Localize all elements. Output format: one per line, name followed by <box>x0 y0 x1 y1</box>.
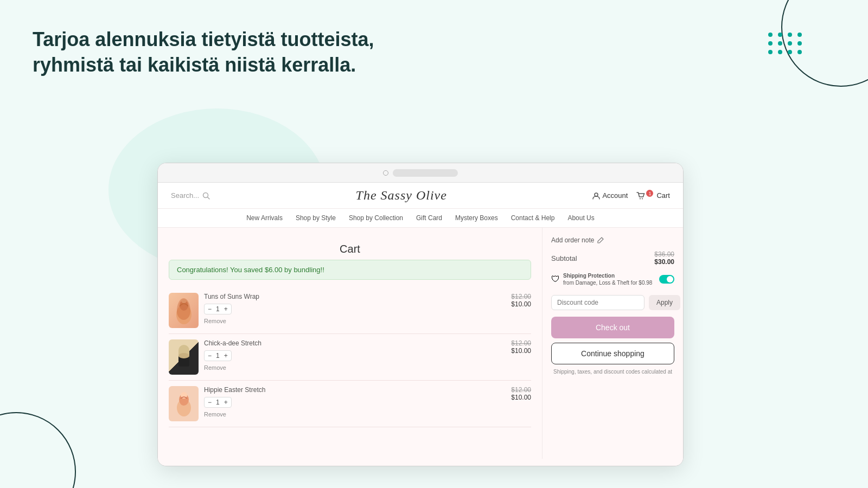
checkout-button[interactable]: Check out <box>551 317 674 338</box>
account-button[interactable]: Account <box>592 191 628 200</box>
svg-point-2 <box>595 193 598 196</box>
order-note[interactable]: Add order note <box>551 236 674 244</box>
nav-item-gift-card[interactable]: Gift Card <box>416 214 442 222</box>
discount-input[interactable] <box>551 295 644 310</box>
bg-dots <box>768 33 803 54</box>
qty-minus-2[interactable]: − <box>208 352 212 359</box>
item-price-2: $12.00 $10.00 <box>511 339 531 355</box>
qty-plus-2[interactable]: + <box>224 352 228 359</box>
headline-line2: ryhmistä tai kaikistä niistä kerralla. <box>33 53 374 78</box>
subtotal-label: Subtotal <box>551 254 577 262</box>
svg-point-4 <box>642 198 643 199</box>
shipping-text: Shipping Protection from Damage, Loss & … <box>563 272 656 286</box>
browser-bar <box>158 163 683 183</box>
item-remove-1[interactable]: Remove <box>204 318 506 324</box>
continue-shopping-button[interactable]: Continue shopping <box>551 343 674 364</box>
item-image-2 <box>169 339 199 375</box>
discount-row: Apply <box>551 295 674 310</box>
account-label: Account <box>602 191 628 200</box>
qty-plus-3[interactable]: + <box>224 399 228 406</box>
headline: Tarjoa alennuksia tietyistä tuotteista, … <box>33 27 374 78</box>
qty-control-1[interactable]: − 1 + <box>204 304 232 314</box>
qty-plus-1[interactable]: + <box>224 305 228 313</box>
price-original-1: $12.00 <box>511 293 531 300</box>
item-img-svg-2 <box>173 342 195 372</box>
item-name-1: Tuns of Suns Wrap <box>204 293 506 300</box>
qty-value-2: 1 <box>216 352 220 359</box>
item-image-3 <box>169 386 199 421</box>
svg-point-10 <box>178 353 189 358</box>
search-text: Search... <box>171 191 199 200</box>
cart-item: Chick-a-dee Stretch − 1 + Remove $12.00 … <box>169 334 531 381</box>
item-details-3: Hippie Easter Stretch − 1 + Remove <box>204 386 506 418</box>
price-original-2: $12.00 <box>511 339 531 347</box>
headline-line1: Tarjoa alennuksia tietyistä tuotteista, <box>33 27 374 53</box>
nav-item-shop-by-collection[interactable]: Shop by Collection <box>349 214 403 222</box>
dot <box>768 50 773 54</box>
success-message: Congratulations! You saved $6.00 by bund… <box>177 266 324 274</box>
svg-point-7 <box>181 299 187 303</box>
dot <box>778 33 782 37</box>
browser-bar-circle <box>383 170 388 176</box>
store-header: Search... The Sassy Olive Account <box>158 183 683 209</box>
cart-item: Tuns of Suns Wrap − 1 + Remove $12.00 $1… <box>169 287 531 334</box>
dot <box>797 33 802 37</box>
cart-button[interactable]: 1 Cart <box>636 191 670 200</box>
nav-item-mystery-boxes[interactable]: Mystery Boxes <box>455 214 498 222</box>
shield-icon: 🛡 <box>551 274 560 284</box>
nav-item-about[interactable]: About Us <box>567 214 594 222</box>
price-current-2: $10.00 <box>511 347 531 355</box>
svg-line-1 <box>208 197 210 199</box>
subtotal-original: $36.00 <box>654 251 674 258</box>
account-icon <box>592 192 600 200</box>
cart-item: Hippie Easter Stretch − 1 + Remove $12.0… <box>169 381 531 427</box>
item-img-svg-3 <box>173 389 195 419</box>
bg-circle-bottom-left <box>0 412 76 488</box>
nav-item-new-arrivals[interactable]: New Arrivals <box>246 214 283 222</box>
qty-value-3: 1 <box>216 399 220 406</box>
item-details-2: Chick-a-dee Stretch − 1 + Remove <box>204 339 506 371</box>
qty-control-3[interactable]: − 1 + <box>204 397 232 408</box>
item-img-svg-1 <box>173 296 195 325</box>
cart-badge: 1 <box>646 190 653 197</box>
dot <box>788 50 792 54</box>
svg-point-6 <box>180 300 188 311</box>
store-nav: New Arrivals Shop by Style Shop by Colle… <box>158 209 683 228</box>
cart-title: Cart <box>169 236 531 260</box>
cart-page: Cart Congratulations! You saved $6.00 by… <box>158 228 683 459</box>
item-name-3: Hippie Easter Stretch <box>204 386 506 394</box>
shipping-protection-label: Shipping Protection <box>563 273 615 279</box>
dot <box>788 33 792 37</box>
nav-item-shop-by-style[interactable]: Shop by Style <box>296 214 336 222</box>
nav-item-contact[interactable]: Contact & Help <box>511 214 555 222</box>
qty-control-2[interactable]: − 1 + <box>204 350 232 361</box>
svg-point-5 <box>176 305 192 324</box>
item-details-1: Tuns of Suns Wrap − 1 + Remove <box>204 293 506 324</box>
apply-button[interactable]: Apply <box>649 295 680 310</box>
price-original-3: $12.00 <box>511 386 531 394</box>
header-actions: Account 1 Cart <box>592 191 670 200</box>
dot <box>778 41 782 46</box>
store-logo: The Sassy Olive <box>356 188 447 203</box>
item-remove-3[interactable]: Remove <box>204 411 506 418</box>
edit-icon <box>597 237 604 243</box>
price-current-3: $10.00 <box>511 394 531 401</box>
subtotal-row: Subtotal $36.00 $30.00 <box>551 251 674 266</box>
subtotal-values: $36.00 $30.00 <box>654 251 674 266</box>
qty-minus-3[interactable]: − <box>208 399 212 406</box>
qty-value-1: 1 <box>216 305 220 313</box>
cart-right: Add order note Subtotal $36.00 $30.00 🛡 <box>542 228 683 459</box>
item-name-2: Chick-a-dee Stretch <box>204 339 506 347</box>
dot <box>778 50 782 54</box>
item-remove-2[interactable]: Remove <box>204 364 506 371</box>
svg-point-3 <box>640 198 641 199</box>
dot <box>797 50 802 54</box>
shipping-protection: 🛡 Shipping Protection from Damage, Loss … <box>551 269 674 290</box>
search-area[interactable]: Search... <box>171 191 210 200</box>
browser-url-bar <box>393 169 458 177</box>
shipping-toggle[interactable] <box>659 275 674 284</box>
cart-label: Cart <box>656 191 670 200</box>
item-price-3: $12.00 $10.00 <box>511 386 531 401</box>
qty-minus-1[interactable]: − <box>208 305 212 313</box>
price-current-1: $10.00 <box>511 300 531 308</box>
